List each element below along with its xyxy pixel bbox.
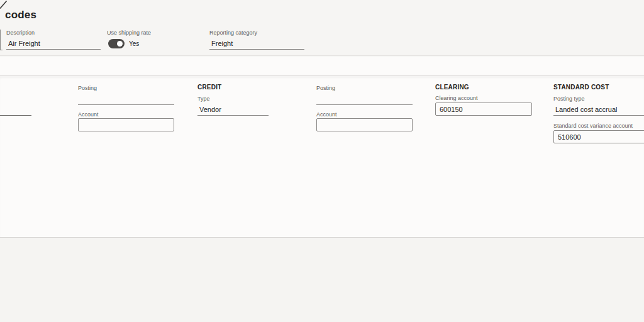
credit-posting-input[interactable] [316, 94, 413, 105]
variance-account-input[interactable] [553, 130, 644, 143]
truncated-field-edge [0, 30, 1, 50]
description-label: Description [6, 30, 35, 36]
next-section-area [0, 238, 644, 322]
debit-posting-input[interactable] [78, 94, 174, 105]
use-shipping-rate-label: Use shipping rate [107, 30, 151, 36]
credit-section-header: CREDIT [197, 84, 221, 91]
credit-type-label: Type [197, 96, 210, 102]
reporting-category-input[interactable] [209, 38, 304, 50]
use-shipping-rate-state: Yes [129, 40, 139, 47]
reporting-category-label: Reporting category [209, 30, 257, 36]
posting-section: Posting Account CREDIT Type Posting Acco… [0, 77, 644, 238]
page-title: codes [5, 9, 36, 21]
credit-posting-label: Posting [316, 85, 335, 91]
clearing-account-label: Clearing account [435, 95, 478, 101]
toggle-knob [117, 41, 123, 47]
use-shipping-rate-toggle[interactable] [108, 39, 125, 48]
page-header: codes Description Use shipping rate Yes … [0, 0, 644, 56]
posting-type-label: Posting type [553, 96, 585, 102]
standard-cost-section-header: STANDARD COST [553, 84, 609, 91]
credit-account-input[interactable] [316, 118, 413, 131]
debit-posting-label: Posting [78, 85, 97, 91]
clearing-section-header: CLEARING [435, 84, 469, 91]
truncated-field-underline [0, 50, 3, 50]
truncated-posting-field [0, 115, 31, 116]
variance-account-label: Standard cost variance account [553, 123, 633, 129]
section-toolbar [0, 57, 644, 76]
posting-type-input[interactable] [553, 104, 644, 116]
debit-account-label: Account [78, 111, 99, 118]
app-window: codes Description Use shipping rate Yes … [0, 0, 644, 322]
clearing-account-input[interactable] [435, 103, 532, 116]
description-input[interactable] [6, 38, 101, 50]
debit-account-input[interactable] [78, 118, 174, 131]
credit-type-input[interactable] [197, 104, 269, 116]
credit-account-label: Account [316, 111, 337, 118]
